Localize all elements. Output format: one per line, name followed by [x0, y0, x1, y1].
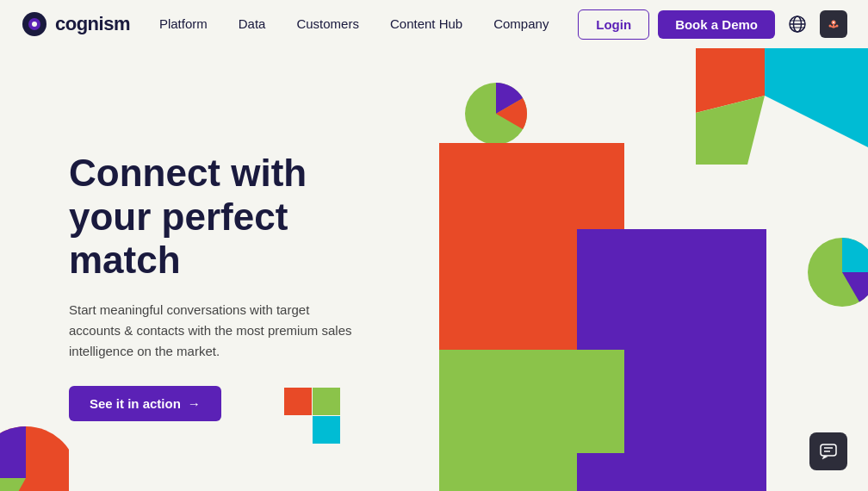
svg-point-27 [808, 238, 868, 307]
hero-title: Connect with your perfect match [69, 152, 396, 283]
svg-point-2 [32, 22, 37, 27]
nav-link-platform[interactable]: Platform [159, 16, 208, 31]
nav-item-customers[interactable]: Customers [296, 16, 359, 32]
corner-shapes-top-right [696, 48, 868, 165]
cta-arrow: → [188, 396, 201, 411]
nav-links: Platform Data Customers Content Hub Comp… [159, 16, 549, 32]
main-content: Connect with your perfect match Start me… [0, 48, 868, 491]
geo-large [405, 143, 801, 491]
nav-link-data[interactable]: Data [239, 16, 266, 31]
nav-link-content-hub[interactable]: Content Hub [390, 16, 462, 31]
book-demo-button[interactable]: Book a Demo [658, 10, 775, 39]
navbar: cognism Platform Data Customers Content … [0, 0, 868, 48]
hubspot-icon[interactable] [820, 10, 847, 38]
nav-item-platform[interactable]: Platform [159, 16, 208, 32]
logo-icon [21, 10, 48, 38]
nav-link-company[interactable]: Company [493, 16, 549, 31]
svg-marker-21 [696, 48, 765, 113]
hero-section: Connect with your perfect match Start me… [69, 152, 396, 421]
svg-point-28 [0, 426, 69, 491]
svg-rect-19 [577, 453, 766, 491]
svg-point-15 [465, 83, 527, 145]
cta-button[interactable]: See it in action → [69, 386, 221, 421]
svg-rect-17 [577, 229, 766, 479]
circle-bottom-left [0, 409, 69, 491]
svg-point-9 [833, 22, 834, 23]
language-icon[interactable] [784, 10, 811, 38]
svg-marker-20 [747, 48, 868, 147]
login-button[interactable]: Login [578, 9, 649, 40]
hero-subtitle: Start meaningful conversations with targ… [69, 300, 362, 362]
svg-rect-16 [439, 143, 624, 350]
nav-link-customers[interactable]: Customers [296, 16, 359, 31]
svg-marker-18 [439, 350, 624, 491]
nav-right: Login Book a Demo [578, 9, 847, 40]
logo-text: cognism [55, 13, 130, 35]
pie-chart-bottom-right [808, 238, 868, 307]
logo[interactable]: cognism [21, 10, 130, 38]
pie-chart-small-top [465, 83, 527, 145]
cta-label: See it in action [90, 396, 181, 411]
svg-rect-29 [821, 444, 836, 456]
nav-item-data[interactable]: Data [239, 16, 266, 32]
nav-item-content-hub[interactable]: Content Hub [390, 16, 462, 32]
chat-icon [819, 442, 838, 461]
svg-marker-22 [696, 96, 765, 165]
chat-widget[interactable] [809, 432, 847, 470]
nav-item-company[interactable]: Company [493, 16, 549, 32]
